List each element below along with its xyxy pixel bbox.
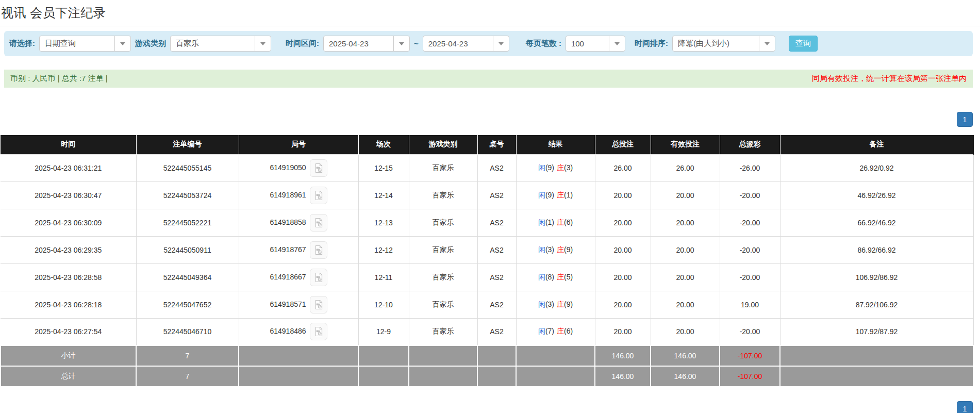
video-replay-button[interactable]	[310, 159, 327, 177]
cell-total-bet[interactable]: 20.00	[595, 236, 651, 263]
date-range-label: 时间区间:	[286, 39, 319, 48]
cell-valid-bet: 20.00	[651, 318, 720, 345]
betting-records-table: 时间 注单编号 局号 场次 游戏类别 桌号 结果 总投注 有效投注 总派彩 备注…	[0, 135, 974, 387]
chevron-down-icon	[759, 36, 775, 51]
time-sort-value: 降冪(由大到小)	[673, 36, 759, 51]
cell-round-id: 614918961	[239, 181, 358, 209]
subtotal-payout: -107.00	[720, 345, 780, 366]
header-payout: 总派彩	[720, 135, 780, 154]
table-header-row: 时间 注单编号 局号 场次 游戏类别 桌号 结果 总投注 有效投注 总派彩 备注	[1, 135, 973, 154]
round-id-value: 614918767	[270, 245, 306, 253]
cell-total-bet[interactable]: 20.00	[595, 263, 651, 291]
grand-total-valid-bet: 146.00	[651, 366, 720, 387]
cell-payout: -20.00	[720, 318, 780, 345]
table-row: 2025-04-23 06:30:09 522445052221 6149188…	[1, 209, 973, 236]
video-replay-button[interactable]	[310, 323, 327, 340]
table-row: 2025-04-23 06:28:58 522445049364 6149186…	[1, 263, 973, 291]
cell-game: 百家乐	[409, 181, 477, 209]
cell-bet-id: 522445050911	[136, 236, 239, 263]
video-replay-button[interactable]	[310, 269, 327, 286]
cell-total-bet[interactable]: 20.00	[595, 291, 651, 318]
grand-total-row: 总计 7 146.00 146.00 -107.00	[1, 366, 973, 387]
cell-valid-bet: 26.00	[651, 154, 720, 181]
video-film-icon	[313, 163, 324, 173]
cell-payout: -26.00	[720, 154, 780, 181]
header-result: 结果	[516, 135, 595, 154]
cell-result: 闲(9)庄(3)	[516, 154, 595, 181]
time-sort-label: 时间排序:	[635, 39, 668, 48]
cell-total-bet[interactable]: 26.00	[595, 154, 651, 181]
game-type-select[interactable]: 百家乐	[170, 36, 271, 52]
cell-table-code: AS2	[477, 236, 516, 263]
round-id-value: 614918858	[270, 218, 306, 226]
player-score: (3)	[545, 245, 554, 254]
page-size-select[interactable]: 100	[566, 36, 625, 52]
cell-remark: 107.92/87.92	[780, 318, 973, 345]
subtotal-total-bet: 146.00	[595, 345, 651, 366]
mode-select[interactable]: 日期查询	[39, 36, 131, 52]
cell-game: 百家乐	[409, 236, 477, 263]
player-label: 闲	[538, 218, 545, 226]
cell-time: 2025-04-23 06:28:58	[1, 263, 136, 291]
summary-empty-cell	[358, 345, 409, 366]
cell-bet-id: 522445055145	[136, 154, 239, 181]
same-round-notice-text: 同局有效投注，统一计算在该局第一张注单内	[812, 74, 967, 84]
video-replay-button[interactable]	[310, 187, 327, 204]
cell-table-code: AS2	[477, 263, 516, 291]
cell-round-id: 614918858	[239, 209, 358, 236]
video-replay-button[interactable]	[310, 296, 327, 313]
video-film-icon	[313, 300, 324, 310]
chevron-down-icon	[609, 36, 625, 51]
cell-payout: -20.00	[720, 263, 780, 291]
chevron-down-icon	[393, 36, 409, 51]
cell-total-bet[interactable]: 20.00	[595, 318, 651, 345]
cell-remark: 86.92/66.92	[780, 236, 973, 263]
table-row: 2025-04-23 06:31:21 522445055145 6149190…	[1, 154, 973, 181]
time-sort-select[interactable]: 降冪(由大到小)	[672, 36, 775, 52]
cell-result: 闲(9)庄(1)	[516, 181, 595, 209]
cell-game: 百家乐	[409, 318, 477, 345]
notice-bar: 币别 : 人民币 | 总共 :7 注单 | 同局有效投注，统一计算在该局第一张注…	[4, 70, 973, 88]
cell-time: 2025-04-23 06:30:09	[1, 209, 136, 236]
player-label: 闲	[538, 245, 545, 254]
cell-bet-id: 522445052221	[136, 209, 239, 236]
cell-session: 12-13	[358, 209, 409, 236]
cell-game: 百家乐	[409, 263, 477, 291]
page-size-label: 每页笔数 :	[526, 39, 561, 48]
cell-table-code: AS2	[477, 181, 516, 209]
cell-session: 12-15	[358, 154, 409, 181]
video-replay-button[interactable]	[310, 241, 327, 259]
header-session: 场次	[358, 135, 409, 154]
player-label: 闲	[538, 327, 545, 335]
page: 视讯 会员下注纪录 请选择: 日期查询 游戏类别 百家乐 时间区间: 2025-…	[0, 5, 980, 413]
date-to-value: 2025-04-23	[423, 36, 493, 51]
chevron-down-icon	[493, 36, 509, 51]
video-film-icon	[313, 190, 324, 201]
banker-label: 庄	[557, 163, 564, 172]
header-remark: 备注	[780, 135, 973, 154]
banker-score: (5)	[564, 273, 573, 281]
search-button[interactable]: 查询	[789, 36, 818, 52]
date-from-select[interactable]: 2025-04-23	[323, 36, 410, 52]
currency-summary-text: 币别 : 人民币 | 总共 :7 注单 |	[10, 74, 108, 84]
cell-result: 闲(8)庄(5)	[516, 263, 595, 291]
round-id-value: 614918961	[270, 190, 306, 199]
table-row: 2025-04-23 06:28:18 522445047652 6149185…	[1, 291, 973, 318]
cell-total-bet[interactable]: 20.00	[595, 209, 651, 236]
grand-total-label: 总计	[1, 366, 136, 387]
cell-total-bet[interactable]: 20.00	[595, 181, 651, 209]
banker-label: 庄	[557, 218, 564, 226]
page-1-button[interactable]: 1	[957, 401, 973, 413]
header-table-code: 桌号	[477, 135, 516, 154]
page-1-button[interactable]: 1	[957, 112, 973, 127]
cell-valid-bet: 20.00	[651, 291, 720, 318]
cell-remark: 46.92/26.92	[780, 181, 973, 209]
cell-result: 闲(3)庄(9)	[516, 291, 595, 318]
date-to-select[interactable]: 2025-04-23	[423, 36, 509, 52]
cell-round-id: 614918667	[239, 263, 358, 291]
cell-valid-bet: 20.00	[651, 181, 720, 209]
video-replay-button[interactable]	[310, 214, 327, 232]
cell-table-code: AS2	[477, 291, 516, 318]
cell-time: 2025-04-23 06:28:18	[1, 291, 136, 318]
cell-session: 12-14	[358, 181, 409, 209]
